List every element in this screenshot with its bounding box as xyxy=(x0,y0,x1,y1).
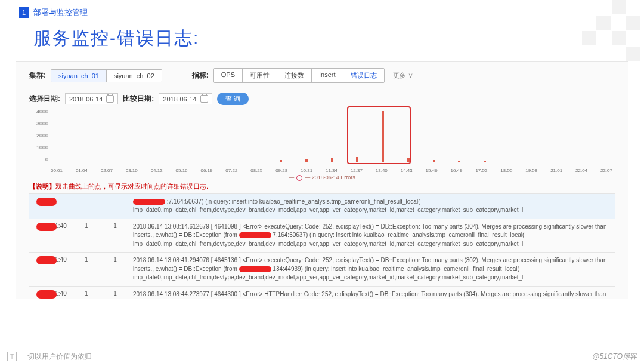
chart-note: 【说明】双击曲线上的点，可显示对应时间点的详细错误日志. xyxy=(29,182,615,191)
metric-tab-errlog[interactable]: 错误日志 xyxy=(343,69,384,82)
note-tag: 【说明】 xyxy=(29,183,55,190)
legend-text: 2018-06-14 Errors xyxy=(312,174,355,180)
compare-date-input[interactable]: 2018-06-14 xyxy=(159,93,212,104)
footer: T 一切以用户价值为依归 @51CTO博客 xyxy=(0,350,644,363)
table-row[interactable]: :7.164:50637) (in query: insert into kua… xyxy=(29,193,615,219)
select-date-input[interactable]: 2018-06-14 xyxy=(65,93,118,104)
chart-yaxis: 40003000200010000 xyxy=(29,109,51,162)
chart-plot xyxy=(51,109,612,162)
redact-pill-icon xyxy=(36,198,57,206)
metric-tab-avail[interactable]: 可用性 xyxy=(242,69,277,82)
redact-pill-icon xyxy=(36,223,57,231)
calendar-icon xyxy=(200,95,208,103)
chart-xaxis: 00:0101:0402:0703:1004:1305:1606:1907:22… xyxy=(51,168,612,173)
cluster-tab-1[interactable]: siyuan_ch_02 xyxy=(106,70,162,82)
legend-marker-icon xyxy=(296,175,302,181)
select-date-label: 选择日期: xyxy=(29,94,60,104)
dashboard-card: 集群: siyuan_ch_01 siyuan_ch_02 指标: QPS 可用… xyxy=(16,61,628,299)
metric-tab-insert[interactable]: Insert xyxy=(311,69,343,82)
redact-pill-icon xyxy=(36,256,57,264)
redact-pill-icon xyxy=(36,290,57,299)
select-date-value: 2018-06-14 xyxy=(69,96,103,103)
error-chart[interactable]: 40003000200010000 00:0101:0402:0703:1004… xyxy=(29,109,615,173)
query-button[interactable]: 查 询 xyxy=(217,93,249,105)
breadcrumb-text: 部署与监控管理 xyxy=(33,7,88,18)
table-row[interactable]: 1:40112018.06.14 13:08:41.294076 [ 46451… xyxy=(29,253,615,287)
metric-tabs: QPS 可用性 连接数 Insert 错误日志 xyxy=(213,68,385,83)
chart-legend: —— 2018-06-14 Errors xyxy=(29,174,615,181)
table-row[interactable]: 1:40112018.06.14 13:08:14.612679 [ 46410… xyxy=(29,219,615,253)
redact-inline-icon xyxy=(239,266,271,272)
page-title: 服务监控-错误日志: xyxy=(33,26,625,51)
footer-logo-icon: T xyxy=(7,352,17,361)
section-index-badge: 1 xyxy=(19,7,29,18)
calendar-icon xyxy=(106,95,114,103)
metric-label: 指标: xyxy=(192,70,209,81)
metric-more[interactable]: 更多 ∨ xyxy=(389,69,417,82)
cluster-tab-0[interactable]: siyuan_ch_01 xyxy=(51,70,106,82)
footer-left-text: 一切以用户价值为依归 xyxy=(20,352,92,362)
log-table: :7.164:50637) (in query: insert into kua… xyxy=(29,193,615,299)
compare-date-value: 2018-06-14 xyxy=(163,96,196,103)
chart-highlight-box xyxy=(347,106,411,164)
note-text: 双击曲线上的点，可显示对应时间点的详细错误日志. xyxy=(55,183,208,190)
redact-inline-icon xyxy=(239,232,271,238)
redact-inline-icon xyxy=(133,199,165,205)
metric-tab-conn[interactable]: 连接数 xyxy=(277,69,311,82)
cluster-label: 集群: xyxy=(29,70,46,81)
compare-date-label: 比较日期: xyxy=(123,94,154,104)
footer-right-text: @51CTO博客 xyxy=(592,352,637,362)
breadcrumb: 1 部署与监控管理 xyxy=(19,7,625,18)
cluster-tabs: siyuan_ch_01 siyuan_ch_02 xyxy=(51,69,162,82)
table-row[interactable]: 1:40112018.06.14 13:08:44.273977 [ 46443… xyxy=(29,286,615,299)
metric-tab-qps[interactable]: QPS xyxy=(214,69,242,82)
